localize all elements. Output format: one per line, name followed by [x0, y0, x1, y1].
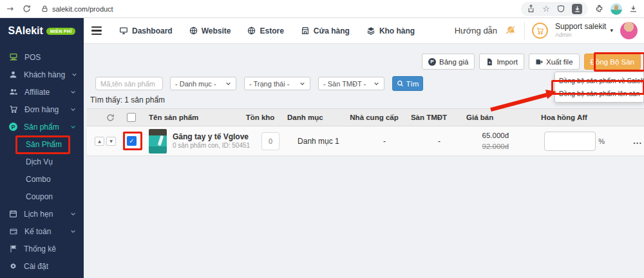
sidebar-subitem-combo[interactable]: Combo — [0, 170, 84, 188]
sidebar: POS Khách hàng Affiliate Đơn hàng P Sản … — [0, 44, 84, 278]
reload-icon[interactable] — [23, 5, 31, 13]
sidebar-subitem-services[interactable]: Dịch Vụ — [0, 153, 84, 170]
search-input[interactable] — [95, 77, 163, 90]
extensions-puzzle-icon[interactable] — [595, 5, 603, 13]
supplier-cell: - — [355, 137, 413, 146]
hamburger-menu-icon[interactable] — [91, 26, 102, 35]
move-up-button[interactable]: ▲ — [95, 137, 104, 146]
chevron-down-icon — [71, 72, 77, 77]
sidebar-item-products[interactable]: P Sản phẩm — [0, 118, 84, 135]
globe-icon — [189, 26, 198, 35]
nav-item-estore[interactable]: Estore — [239, 18, 292, 44]
people-icon — [9, 88, 18, 96]
free-badge: MIỄN PHÍ — [46, 28, 76, 35]
sidebar-item-settings[interactable]: Cài đặt — [0, 257, 84, 275]
nav-item-website[interactable]: Website — [181, 18, 240, 44]
refresh-icon[interactable] — [95, 114, 126, 122]
monitor-icon — [119, 26, 128, 35]
marketplace-cell: - — [413, 137, 465, 146]
cart-circle-icon[interactable] — [532, 23, 548, 39]
sidebar-item-statistics[interactable]: Thống kê — [0, 240, 84, 257]
price-list-button[interactable]: P Bảng giá — [422, 54, 475, 70]
sidebar-subitem-coupon[interactable]: Coupon — [0, 188, 84, 205]
aff-commission-input[interactable] — [544, 132, 596, 151]
row-checkbox[interactable]: ✓ — [126, 136, 149, 146]
forward-icon[interactable]: → — [6, 4, 14, 14]
divider — [524, 22, 525, 40]
category-select[interactable]: - Danh mục - — [170, 77, 236, 90]
product-image[interactable] — [149, 129, 167, 154]
products-table: Tên sản phẩm Tồn kho Danh mục Nhà cung c… — [87, 108, 644, 156]
search-button[interactable]: Tìm — [392, 76, 423, 91]
flag-icon — [9, 244, 17, 253]
sidebar-item-affiliate[interactable]: Affiliate — [0, 83, 84, 101]
calendar-icon — [9, 210, 17, 218]
original-price: 92.000đ — [482, 141, 509, 152]
sidebar-subitem-products[interactable]: Sản Phẩm — [0, 135, 84, 153]
app-header: SAlekit MIỄN PHÍ Dashboard Website Estor… — [0, 18, 644, 44]
status-select[interactable]: - Trạng thái - — [244, 77, 310, 90]
sidebar-item-customers[interactable]: Khách hàng — [0, 66, 84, 83]
nav-item-store[interactable]: Cửa hàng — [292, 18, 358, 44]
user-avatar[interactable] — [620, 22, 638, 39]
sidebar-item-accounting[interactable]: Kế toán — [0, 223, 84, 240]
header-right: Hướng dẫn Support salekit Admin ▾ — [455, 18, 644, 43]
browser-toolbar: → salekit.com/product ☆ — [0, 0, 644, 18]
header-price: Giá bán — [455, 114, 513, 121]
product-name[interactable]: Găng tay y tế Vglove — [173, 132, 250, 142]
move-down-button[interactable]: ▼ — [106, 137, 116, 146]
user-menu[interactable]: Support salekit Admin ▾ — [555, 23, 613, 38]
sale-price: 65.000đ — [482, 130, 509, 141]
stock-value[interactable]: 0 — [261, 132, 279, 150]
checked-checkbox-icon: ✓ — [127, 136, 137, 146]
sync-marketplace-button[interactable]: Đồng Bộ Sàn — [584, 54, 641, 70]
url-text: salekit.com/product — [52, 5, 113, 13]
header-category: Danh mục — [281, 114, 345, 121]
row-more-button[interactable]: ... — [626, 136, 644, 146]
marketplace-select[interactable]: - Sàn TMĐT - — [318, 77, 384, 90]
person-icon — [9, 70, 17, 79]
export-icon — [535, 58, 543, 66]
nav-item-warehouse[interactable]: Kho hàng — [358, 18, 423, 44]
brand-name: SAlekit — [8, 25, 43, 37]
menu-item-sync-to-marketplace[interactable]: Đồng bộ sản phẩm lên sàn — [555, 87, 643, 100]
import-button[interactable]: Import — [479, 54, 524, 70]
bell-muted-icon[interactable] — [504, 25, 517, 37]
header-name: Tên sản phẩm — [149, 114, 240, 121]
brand-logo[interactable]: SAlekit MIỄN PHÍ — [0, 18, 84, 44]
sync-dropdown-menu: Đồng bộ sản phẩm về SaleKit Đồng bộ sản … — [554, 72, 644, 103]
nav-item-dashboard[interactable]: Dashboard — [111, 18, 181, 44]
toolbar-actions: P Bảng giá Import Xuất file Đồng Bộ Sàn — [422, 54, 641, 70]
globe-icon — [247, 26, 256, 35]
sidebar-item-orders[interactable]: Đơn hàng — [0, 101, 84, 118]
reorder-controls: ▲ ▼ — [95, 137, 126, 146]
product-meta: 0 sản phẩm con, ID: 50451 — [173, 142, 250, 150]
product-icon: P — [9, 123, 17, 131]
chevron-down-icon — [70, 106, 76, 112]
header-stock: Tồn kho — [240, 114, 281, 121]
share-icon[interactable] — [527, 5, 535, 13]
result-count: Tìm thấy: 1 sản phẩm — [90, 95, 165, 104]
shield-icon[interactable] — [557, 5, 565, 13]
price-cell: 65.000đ 92.000đ — [465, 130, 523, 151]
address-bar[interactable]: salekit.com/product — [41, 5, 113, 13]
search-icon — [397, 80, 404, 87]
export-file-button[interactable]: Xuất file — [529, 54, 580, 70]
lock-icon — [41, 5, 48, 12]
bookmark-star-icon[interactable]: ☆ — [542, 4, 550, 14]
chevron-down-icon — [225, 81, 231, 86]
header-aff-commission: Hoa hồng Aff — [513, 114, 616, 121]
percent-sign: % — [598, 137, 605, 145]
sidebar-item-appointments[interactable]: Lịch hẹn — [0, 205, 84, 223]
select-all-checkbox[interactable] — [126, 113, 149, 122]
help-link[interactable]: Hướng dẫn — [455, 26, 497, 35]
sidebar-item-pos[interactable]: POS — [0, 48, 84, 66]
cart-icon — [9, 105, 18, 114]
category-cell: Danh mục 1 — [291, 137, 355, 146]
download-active-icon[interactable] — [572, 4, 582, 14]
browser-profile-avatar[interactable] — [611, 3, 622, 15]
product-cell: Găng tay y tế Vglove 0 sản phẩm con, ID:… — [149, 129, 250, 154]
downloads-tray-icon[interactable] — [629, 5, 638, 13]
menu-item-sync-to-salekit[interactable]: Đồng bộ sản phẩm về SaleKit — [555, 74, 643, 87]
wallet-icon — [9, 228, 18, 235]
